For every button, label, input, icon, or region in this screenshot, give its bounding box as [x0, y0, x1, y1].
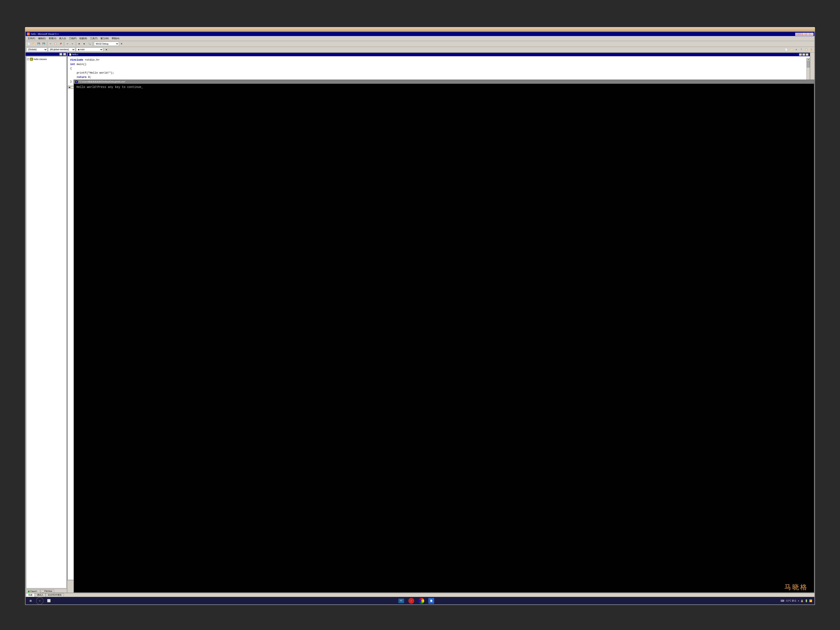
code-toolbar: [Globals] [All global members] ◆ main ◀ …: [25, 47, 815, 52]
screen: CSDN @高校科技馆 C hello - Microsoft Visual C…: [25, 31, 815, 605]
bottom-tab-find[interactable]: 在文件1中查找: [46, 593, 64, 597]
globals-dropdown[interactable]: [Globals]: [27, 47, 47, 52]
code-line-1: #include <stdio.h>: [70, 58, 807, 62]
sidebar: ▲ ✕ + 📁 hello classes ClassV...: [25, 52, 67, 593]
bottom-tabs: 组建 调试入 在文件1中查找: [25, 593, 815, 597]
tb-btn3[interactable]: ✕: [794, 47, 799, 52]
copy-btn[interactable]: 📋: [53, 41, 58, 46]
taskbar: ⊞ ○ ⬜ VC ♪ 📄 ⌨ -11°C 多云 ∧: [25, 597, 815, 605]
bottom-tab-debug[interactable]: 调试入: [35, 593, 46, 597]
menu-bar: 文件(F) 编辑(E) 查看(V) 插入(I) 工程(P) 组建(B) 工具(T…: [25, 36, 815, 41]
global-members-dropdown[interactable]: [All global members]: [48, 47, 75, 52]
wifi-icon: 📶: [809, 599, 812, 602]
menu-file[interactable]: 文件(F): [27, 36, 36, 40]
terminal-output: Hello world!Press any key to continue_: [76, 85, 143, 89]
save-btn[interactable]: 💾: [36, 41, 41, 46]
code-line-2: int main(): [70, 62, 807, 67]
toolbar-1: 📄 📂 💾 💾 ✂ 📋 📌 ↩ ↪ ▶ ▶ 🔍 Win32 Debug ⚙: [25, 41, 815, 47]
fileview-label: FileView: [44, 590, 52, 592]
sidebar-tabs: ClassV... FileView: [25, 589, 67, 593]
menu-window[interactable]: 窗口(W): [99, 36, 110, 40]
sep2: [64, 42, 64, 46]
keyboard-icon: ⌨: [781, 599, 784, 602]
taskbar-center: VC ♪ 📄: [398, 598, 434, 604]
fileview-icon: [42, 590, 44, 592]
extra-btn[interactable]: ⚙: [119, 41, 124, 46]
redo-btn[interactable]: ↪: [70, 41, 75, 46]
cut-btn[interactable]: ✂: [48, 41, 53, 46]
compile-btn[interactable]: ▶: [77, 41, 82, 46]
tb-btn1[interactable]: 📄: [784, 47, 788, 52]
tb-btn4[interactable]: !: [799, 47, 804, 52]
scrollbar-left-btn[interactable]: ◀: [68, 86, 70, 88]
top-bezel: [25, 27, 815, 31]
code-line-4: printf("Hello world!");: [70, 71, 807, 75]
scrollbar-thumb[interactable]: [807, 61, 810, 68]
save-all-btn[interactable]: 💾: [41, 41, 46, 46]
menu-tools[interactable]: 工具(T): [89, 36, 99, 40]
bottom-tab-build[interactable]: 组建: [26, 593, 35, 597]
battery-icon: 🔋: [805, 599, 808, 602]
taskbar-right: ⌨ -11°C 多云 ∧ 🔒 🔋 📶: [781, 599, 812, 602]
file-icon: 📄: [69, 53, 71, 55]
tb-btn6[interactable]: ✋: [809, 47, 813, 52]
code-line-5: return 0;: [70, 75, 807, 80]
monitor-frame: CSDN @高校科技馆 C hello - Microsoft Visual C…: [0, 0, 840, 630]
editor-close-btn[interactable]: ✕: [805, 53, 808, 56]
new-file-btn[interactable]: 📄: [27, 41, 31, 46]
nav-back-btn[interactable]: ◀: [104, 47, 109, 52]
sidebar-hide-btn[interactable]: ▲: [59, 53, 62, 55]
task-view-button[interactable]: ⬜: [46, 598, 52, 604]
taskbar-app-red[interactable]: ♪: [408, 598, 414, 604]
taskbar-left: ⊞ ○ ⬜: [28, 597, 52, 605]
menu-project[interactable]: 工程(P): [68, 36, 78, 40]
menu-edit[interactable]: 编辑(E): [37, 36, 47, 40]
menu-help[interactable]: 帮助(H): [111, 36, 121, 40]
sidebar-content: + 📁 hello classes: [26, 56, 66, 588]
debug-btn[interactable]: 🔍: [87, 41, 92, 46]
watermark: 马晓格: [785, 583, 808, 592]
system-tray-up[interactable]: ∧: [798, 600, 799, 602]
build-config-dropdown[interactable]: Win32 Debug: [94, 42, 119, 46]
editor-panel: 📄 hello.c _ □ ✕ #include <stdio.h> int m…: [67, 52, 815, 593]
taskbar-app-blue[interactable]: 📄: [428, 598, 434, 604]
taskbar-app-msvc[interactable]: VC: [398, 598, 404, 603]
editor-minimize-btn[interactable]: _: [799, 53, 802, 56]
sidebar-close-btn[interactable]: ✕: [63, 53, 66, 55]
main-area: ▲ ✕ + 📁 hello classes ClassV...: [25, 52, 815, 593]
menu-insert[interactable]: 插入(I): [58, 36, 67, 40]
msvc-titlebar: C hello - Microsoft Visual C++ _ □ ✕: [25, 32, 815, 36]
tb-btn2[interactable]: 📁: [789, 47, 794, 52]
editor-filename: hello.c: [72, 53, 78, 55]
csdn-badge: CSDN @高校科技馆: [795, 33, 813, 36]
undo-btn[interactable]: ↩: [65, 41, 70, 46]
start-button[interactable]: ⊞: [28, 598, 33, 604]
sidebar-tab-classview[interactable]: ClassV...: [26, 590, 40, 593]
tree-item-label: hello classes: [34, 58, 47, 60]
main-dropdown[interactable]: ◆ main: [76, 47, 103, 52]
sep1: [47, 42, 47, 46]
tree-expand-icon[interactable]: +: [27, 58, 29, 60]
tree-folder-icon: 📁: [30, 58, 33, 61]
run-btn[interactable]: ▶: [82, 41, 87, 46]
open-btn[interactable]: 📂: [32, 41, 36, 46]
msvc-app-icon: C: [27, 33, 30, 35]
terminal-titlebar: ■ "C:\Users\晓格格格格格\Desktop\Debug\hello.e…: [74, 80, 814, 84]
search-button[interactable]: ○: [36, 597, 44, 605]
tb-btn5[interactable]: 📋: [804, 47, 808, 52]
terminal-content: Hello world!Press any key to continue_: [74, 84, 814, 90]
classview-label: ClassV...: [30, 590, 38, 592]
taskbar-app-colorful[interactable]: [418, 598, 424, 604]
editor-maximize-btn[interactable]: □: [802, 53, 805, 56]
terminal-title: "C:\Users\晓格格格格格\Desktop\Debug\hello.exe…: [79, 81, 125, 83]
weather-temp: -11°C 多云: [785, 599, 796, 602]
vpn-icon: 🔒: [801, 599, 804, 602]
menu-view[interactable]: 查看(V): [47, 36, 58, 40]
terminal-icon: ■: [75, 81, 78, 83]
tree-item-hello-classes[interactable]: + 📁 hello classes: [27, 57, 65, 61]
paste-btn[interactable]: 📌: [58, 41, 63, 46]
sidebar-tab-fileview[interactable]: FileView: [40, 589, 54, 593]
menu-build[interactable]: 组建(B): [78, 36, 88, 40]
code-line-3: {: [70, 66, 807, 71]
sep4: [93, 42, 93, 46]
